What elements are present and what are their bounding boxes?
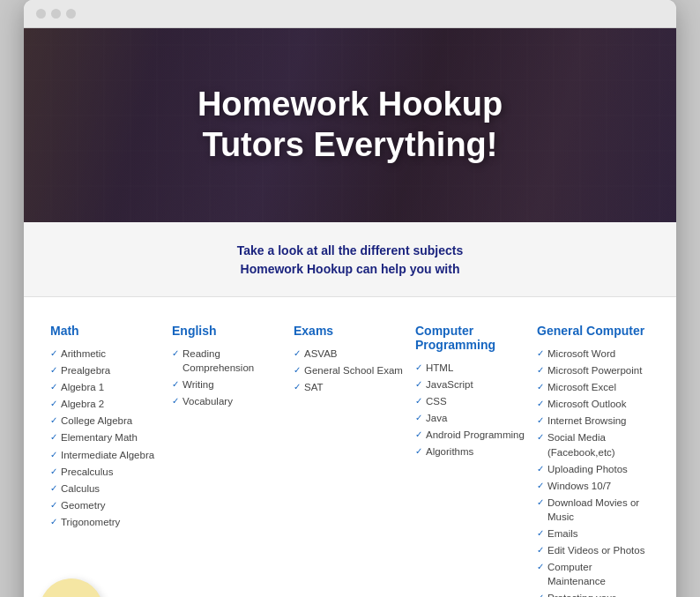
list-item-text: Calculus — [61, 481, 100, 496]
list-item-text: Edit Videos or Photos — [547, 543, 644, 557]
list-item-text: General School Exam — [304, 363, 403, 377]
list-item-text: Algebra 1 — [61, 380, 104, 394]
list-item: ✓ASVAB — [294, 347, 406, 361]
check-icon: ✓ — [50, 364, 57, 377]
list-item: ✓General School Exam — [294, 363, 406, 377]
list-item-text: Reading Comprehension — [182, 347, 285, 375]
list-item: ✓Download Movies or Music — [537, 496, 650, 524]
subject-title-3: Computer Programming — [415, 324, 528, 352]
list-item-text: ASVAB — [304, 347, 338, 361]
check-icon: ✓ — [537, 364, 544, 377]
list-item: ✓Trigonometry — [50, 515, 163, 529]
subtitle-section: Take a look at all the different subject… — [24, 222, 676, 297]
list-item: ✓Microsoft Powerpoint — [537, 363, 650, 377]
list-item-text: Microsoft Excel — [547, 380, 616, 394]
list-item-text: Microsoft Powerpoint — [547, 363, 642, 377]
subject-list-3: ✓HTML✓JavaScript✓CSS✓Java✓Android Progra… — [415, 361, 528, 459]
list-item: ✓Elementary Math — [50, 430, 163, 444]
list-item: ✓Geometry — [50, 498, 163, 512]
list-item: ✓Arithmetic — [50, 347, 163, 361]
list-item: ✓HTML — [415, 361, 528, 375]
check-icon: ✓ — [50, 398, 57, 410]
list-item-text: JavaScript — [426, 377, 473, 392]
subject-column-4: General Computer✓Microsoft Word✓Microsof… — [537, 324, 650, 597]
subjects-grid: Math✓Arithmetic✓Prealgebra✓Algebra 1✓Alg… — [50, 324, 650, 597]
check-icon: ✓ — [415, 429, 422, 441]
hero-line1: Homework Hookup — [197, 85, 503, 125]
list-item-text: Emails — [547, 526, 578, 541]
list-item-text: Microsoft Outlook — [547, 397, 626, 411]
subject-column-0: Math✓Arithmetic✓Prealgebra✓Algebra 1✓Alg… — [50, 324, 163, 532]
check-icon: ✓ — [537, 544, 544, 556]
check-icon: ✓ — [537, 463, 544, 475]
list-item-text: SAT — [304, 380, 324, 394]
list-item: ✓Algebra 2 — [50, 397, 163, 411]
subtitle-line2: Homework Hookup can help you with — [41, 260, 659, 279]
check-icon: ✓ — [50, 347, 57, 360]
check-icon: ✓ — [537, 496, 544, 509]
check-icon: ✓ — [50, 414, 57, 427]
list-item-text: Elementary Math — [61, 430, 138, 444]
check-icon: ✓ — [50, 516, 57, 528]
check-icon: ✓ — [415, 362, 422, 374]
hero-line2: Tutors Everything! — [197, 125, 503, 166]
check-icon: ✓ — [537, 431, 544, 444]
subject-list-4: ✓Microsoft Word✓Microsoft Powerpoint✓Mic… — [537, 347, 650, 597]
subject-title-4: General Computer — [537, 324, 650, 338]
check-icon: ✓ — [172, 347, 179, 360]
subject-title-2: Exams — [294, 324, 406, 338]
check-icon: ✓ — [415, 445, 422, 458]
list-item-text: College Algebra — [61, 414, 132, 428]
check-icon: ✓ — [537, 414, 544, 427]
check-icon: ✓ — [50, 431, 57, 444]
list-item: ✓Android Programming — [415, 428, 528, 442]
check-icon: ✓ — [172, 378, 179, 391]
list-item-text: Social Media (Facebook,etc) — [547, 430, 650, 459]
list-item: ✓Vocabulary — [172, 394, 285, 408]
list-item: ✓Reading Comprehension — [172, 347, 285, 375]
list-item: ✓JavaScript — [415, 377, 528, 392]
list-item: ✓Calculus — [50, 481, 163, 496]
list-item: ✓Intermediate Algebra — [50, 448, 163, 462]
check-icon: ✓ — [537, 381, 544, 393]
browser-dot-3 — [66, 9, 76, 19]
check-icon: ✓ — [294, 364, 301, 377]
list-item-text: Internet Browsing — [547, 414, 627, 428]
list-item-text: Geometry — [61, 498, 106, 512]
check-icon: ✓ — [294, 381, 301, 393]
check-icon: ✓ — [537, 398, 544, 410]
list-item: ✓Emails — [537, 526, 650, 541]
list-item-text: Writing — [182, 377, 214, 392]
list-item: ✓Prealgebra — [50, 363, 163, 377]
list-item: ✓Edit Videos or Photos — [537, 543, 650, 557]
hero-text: Homework Hookup Tutors Everything! — [180, 85, 520, 165]
list-item: ✓Computer Maintenance — [537, 560, 650, 588]
list-item-text: Java — [426, 411, 447, 425]
list-item: ✓SAT — [294, 380, 406, 394]
list-item-text: Uploading Photos — [547, 462, 628, 476]
list-item: ✓CSS — [415, 394, 528, 408]
list-item: ✓Uploading Photos — [537, 462, 650, 476]
list-item-text: Arithmetic — [61, 347, 106, 361]
subject-title-0: Math — [50, 324, 163, 338]
browser-dot-1 — [36, 9, 46, 19]
check-icon: ✓ — [415, 412, 422, 424]
list-item: ✓Microsoft Outlook — [537, 397, 650, 411]
subject-column-2: Exams✓ASVAB✓General School Exam✓SAT — [294, 324, 406, 397]
list-item-text: Algorithms — [426, 444, 473, 459]
list-item: ✓Social Media (Facebook,etc) — [537, 430, 650, 459]
list-item-text: Windows 10/7 — [547, 479, 611, 493]
list-item: ✓Windows 10/7 — [537, 479, 650, 493]
check-icon: ✓ — [415, 395, 422, 407]
check-icon: ✓ — [537, 527, 544, 540]
list-item: ✓Writing — [172, 377, 285, 392]
list-item-text: Microsoft Word — [547, 347, 615, 361]
hero-section: Homework Hookup Tutors Everything! — [24, 28, 676, 222]
list-item: ✓Algebra 1 — [50, 380, 163, 394]
list-item-text: Trigonometry — [61, 515, 120, 529]
list-item-text: HTML — [426, 361, 453, 375]
check-icon: ✓ — [537, 347, 544, 360]
subject-title-1: English — [172, 324, 285, 338]
check-icon: ✓ — [537, 592, 544, 597]
content-section: Math✓Arithmetic✓Prealgebra✓Algebra 1✓Alg… — [24, 297, 676, 597]
